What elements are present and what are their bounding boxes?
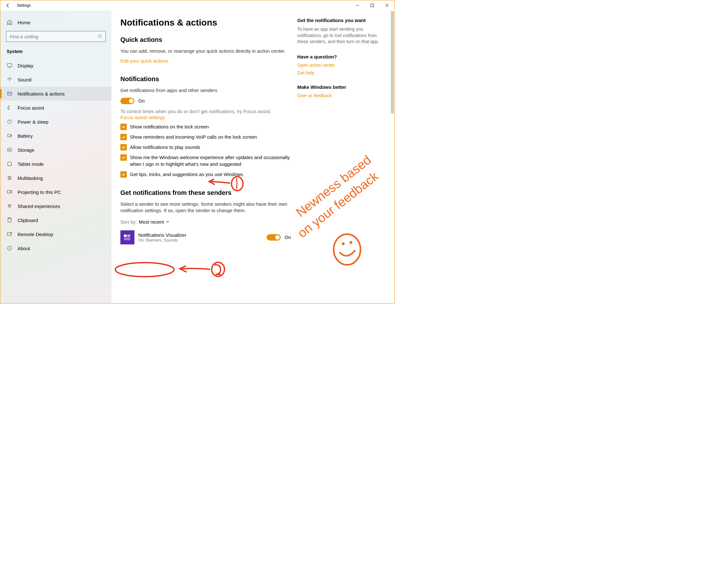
nav-label: Storage — [18, 147, 34, 153]
sidebar-item-display[interactable]: Display — [0, 58, 111, 72]
checkbox[interactable] — [120, 134, 127, 140]
sidebar-item-remote-desktop[interactable]: Remote Desktop — [0, 227, 111, 241]
sender-toggle[interactable] — [267, 234, 281, 240]
home-icon — [7, 19, 12, 25]
nav-label: Multitasking — [18, 175, 43, 181]
svg-rect-24 — [7, 190, 11, 193]
scrollbar-thumb[interactable] — [391, 11, 394, 113]
nav-label: Remote Desktop — [18, 231, 53, 237]
check-icon — [121, 145, 126, 149]
sidebar-item-sound[interactable]: Sound — [0, 72, 111, 87]
svg-point-25 — [8, 204, 9, 206]
notifications-heading: Notifications — [120, 75, 291, 83]
sort-by-value: Most recent — [139, 219, 164, 224]
nav-label: Tablet mode — [18, 161, 44, 167]
quick-actions-desc: You can add, remove, or rearrange your q… — [120, 48, 291, 54]
svg-rect-14 — [11, 135, 11, 136]
sidebar-item-about[interactable]: About — [0, 241, 111, 255]
sender-row[interactable]: Notifications VisualizerOn: Banners, Sou… — [120, 228, 291, 246]
sender-name: Notifications Visualizer — [138, 232, 267, 238]
notifications-toggle[interactable] — [120, 98, 134, 104]
nav-label: Focus assist — [18, 105, 44, 110]
notifications-toggle-state: On — [138, 98, 145, 103]
minimize-icon — [356, 4, 359, 7]
svg-line-28 — [9, 206, 10, 207]
svg-point-26 — [10, 204, 11, 206]
svg-point-17 — [9, 165, 10, 166]
sender-app-icon — [120, 230, 134, 244]
svg-point-34 — [9, 247, 10, 247]
sort-by-label: Sort by: — [120, 219, 137, 224]
svg-point-15 — [9, 149, 10, 150]
svg-rect-13 — [8, 134, 11, 137]
nav-label: Shared experiences — [18, 203, 60, 209]
window-title: Settings — [17, 3, 31, 8]
nav-label: Battery — [18, 133, 33, 139]
notification-check-2: Allow notifications to play sounds — [120, 144, 291, 150]
give-feedback-link[interactable]: Give us feedback — [297, 93, 386, 98]
open-action-center-link[interactable]: Open action center — [297, 63, 386, 68]
home-label: Home — [18, 20, 30, 25]
nav-icon — [7, 119, 12, 125]
close-button[interactable] — [380, 0, 394, 11]
nav-icon — [7, 91, 12, 96]
checkbox-label: Allow notifications to play sounds — [130, 144, 200, 150]
sidebar-item-storage[interactable]: Storage — [0, 143, 111, 157]
minimize-button[interactable] — [350, 0, 365, 11]
sidebar-item-focus-assist[interactable]: Focus assist — [0, 101, 111, 115]
quick-actions-heading: Quick actions — [120, 36, 291, 43]
sidebar-item-multitasking[interactable]: Multitasking — [0, 171, 111, 185]
maximize-icon — [371, 4, 374, 7]
svg-line-5 — [101, 37, 102, 39]
back-button[interactable] — [5, 2, 11, 9]
sidebar-item-notifications-actions[interactable]: Notifications & actions — [0, 87, 111, 101]
chevron-down-icon — [166, 220, 170, 224]
scrollbar[interactable] — [391, 11, 394, 303]
focus-assist-link[interactable]: Focus assist settings — [120, 115, 165, 120]
sidebar-item-projecting-to-this-pc[interactable]: Projecting to this PC — [0, 185, 111, 199]
get-help-link[interactable]: Get help — [297, 70, 386, 75]
side-block3-title: Make Windows better — [297, 84, 386, 90]
sidebar-item-shared-experiences[interactable]: Shared experiences — [0, 199, 111, 213]
close-icon — [385, 4, 389, 7]
sidebar-item-power-sleep[interactable]: Power & sleep — [0, 115, 111, 129]
sidebar-item-battery[interactable]: Battery — [0, 129, 111, 143]
home-button[interactable]: Home — [0, 16, 111, 28]
side-block1-title: Get the notifications you want — [297, 18, 386, 23]
maximize-button[interactable] — [365, 0, 380, 11]
sidebar-item-tablet-mode[interactable]: Tablet mode — [0, 157, 111, 171]
notification-check-4: Get tips, tricks, and suggestions as you… — [120, 171, 291, 178]
checkbox[interactable] — [120, 171, 127, 178]
svg-rect-6 — [7, 64, 12, 67]
svg-rect-1 — [371, 4, 374, 7]
notification-check-0: Show notifications on the lock screen — [120, 124, 291, 130]
edit-quick-actions-link[interactable]: Edit your quick actions — [120, 58, 168, 64]
search-icon — [98, 34, 102, 39]
nav-label: Projecting to this PC — [18, 189, 61, 195]
check-icon — [121, 135, 126, 139]
svg-point-21 — [8, 176, 9, 177]
checkbox[interactable] — [120, 154, 127, 161]
search-input[interactable] — [6, 31, 106, 42]
svg-point-4 — [98, 35, 101, 38]
svg-rect-36 — [127, 234, 130, 237]
nav-icon — [7, 203, 12, 209]
focus-assist-hint: To control times when you do or don't ge… — [120, 109, 291, 114]
nav-icon — [7, 189, 12, 195]
checkbox[interactable] — [120, 124, 127, 130]
checkbox[interactable] — [120, 144, 127, 150]
titlebar: Settings — [0, 0, 394, 11]
nav-icon — [7, 147, 12, 153]
side-block1-text: To have an app start sending you notific… — [297, 26, 386, 45]
nav-icon — [7, 231, 12, 237]
svg-rect-35 — [124, 234, 127, 237]
checkbox-label: Get tips, tricks, and suggestions as you… — [130, 171, 243, 178]
checkbox-label: Show me the Windows welcome experience a… — [130, 154, 291, 167]
sort-by-dropdown[interactable]: Sort by: Most recent — [120, 219, 291, 224]
nav-icon — [7, 175, 12, 181]
notification-check-3: Show me the Windows welcome experience a… — [120, 154, 291, 167]
senders-heading: Get notifications from these senders — [120, 189, 291, 196]
sidebar-item-clipboard[interactable]: Clipboard — [0, 213, 111, 227]
search-field[interactable] — [10, 34, 98, 39]
check-icon — [121, 125, 126, 129]
